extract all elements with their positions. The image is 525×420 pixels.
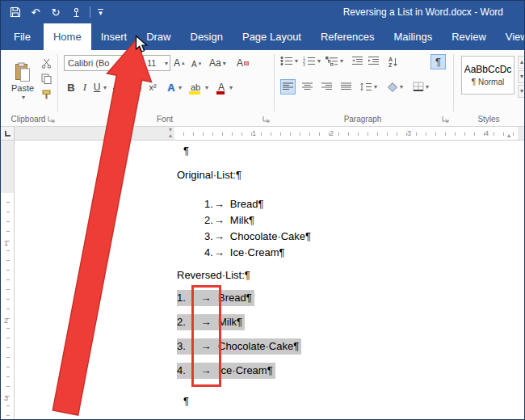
styles-scroll-down-icon[interactable]: ▾ [518,70,525,83]
list-item[interactable]: 2. → Milk¶ [204,212,254,229]
bullet-list-icon[interactable]: ▾ [280,56,298,66]
format-painter-icon[interactable] [40,87,52,100]
list-text: Ice·Cream¶ [230,245,285,261]
save-icon[interactable] [9,6,22,19]
underline-dropdown-icon[interactable]: ▾ [103,84,107,91]
borders-icon[interactable]: ▾ [413,79,429,94]
justify-icon[interactable] [338,79,354,94]
styles-scroll-up-icon[interactable]: ▴ [518,56,525,69]
selected-list-item[interactable]: 2. → Milk¶ [177,314,245,330]
tab-character: → [214,245,225,261]
horizontal-ruler[interactable]: 1 2 3 4 ▾ ▴ ▴ [15,127,524,141]
customize-toolbar-icon[interactable]: ▾ [98,9,103,15]
decrease-indent-icon[interactable] [351,56,363,66]
paragraph-mark: ¶ [183,393,189,410]
down-triangle-icon: ▾ [199,61,202,67]
group-separator [57,54,58,111]
ruler-ticks [174,132,518,136]
list-number: 2. [204,212,213,229]
multilevel-list-icon[interactable]: ▾ [326,56,343,66]
font-color-button[interactable]: A [216,80,227,94]
tab-character: → [194,314,218,330]
align-right-icon[interactable] [319,79,334,94]
paste-button[interactable]: Paste ▾ [7,54,38,109]
show-formatting-marks-button[interactable]: ¶ [430,54,446,69]
font-dialog-launcher-icon[interactable] [262,116,270,123]
undo-icon[interactable]: ↶ [29,6,42,19]
tab-references[interactable]: References [311,23,384,50]
document-page[interactable]: ¶ Original·List:¶ 1. → Bread¶ 2. → Milk¶… [15,141,524,419]
chevron-down-icon: ▾ [134,60,137,67]
bold-button[interactable]: B [65,80,77,94]
cut-icon[interactable] [40,57,52,69]
list-item[interactable]: 4. → Ice·Cream¶ [204,245,285,261]
superscript-button[interactable]: x² [146,80,159,94]
list-item[interactable]: 1. → Bread¶ [204,196,264,212]
styles-more-icon[interactable]: ▾ [518,85,525,98]
redo-icon[interactable]: ↻ [49,6,62,19]
subscript-button[interactable]: x₂ [132,80,145,94]
ruler-number: 1 [252,129,256,137]
tab-character: → [214,212,225,229]
grow-font-button[interactable]: A▴ [174,56,185,70]
list-text: Milk¶ [230,212,254,229]
tab-design[interactable]: Design [181,23,233,50]
align-center-icon[interactable] [300,79,315,94]
ruler-number: 4 [485,129,489,137]
tab-character: → [214,229,225,245]
reversed-list-heading: Reversed·List:¶ [177,267,250,284]
ruler-ticks [6,193,10,419]
font-color-bar [216,91,225,94]
tab-file[interactable]: File [1,23,44,50]
ruler-number: 2 [330,129,334,137]
paste-clipboard-icon [15,62,31,82]
shrink-font-button[interactable]: A▾ [191,57,201,71]
highlight-dropdown-icon[interactable]: ▾ [205,84,208,91]
paragraph-dialog-launcher-icon[interactable] [442,116,449,123]
highlight-color-bar [189,91,200,94]
clipboard-dialog-launcher-icon[interactable] [48,116,55,123]
sort-button[interactable]: AZ [388,55,398,69]
selected-list-item[interactable]: 4. → Ice·Cream¶ [177,363,275,379]
svg-text:3: 3 [303,62,305,66]
change-case-button[interactable]: Aa▾ [209,56,226,70]
strikethrough-button[interactable]: abc [111,80,128,94]
clear-formatting-button[interactable]: A [237,56,249,70]
shading-icon[interactable]: ▾ [387,79,403,94]
list-number: 2. [177,314,194,330]
italic-button[interactable]: I [80,80,90,94]
vertical-ruler[interactable]: 1 2 3 [1,141,15,419]
tab-home[interactable]: Home [44,23,91,50]
font-color-dropdown-icon[interactable]: ▾ [229,84,233,91]
increase-indent-icon[interactable] [368,56,380,66]
tab-page-layout[interactable]: Page Layout [233,23,311,50]
style-normal-card[interactable]: AaBbCcDc ¶ Normal [461,56,514,94]
highlight-button[interactable]: ab [188,80,203,94]
underline-button[interactable]: U [92,80,102,94]
text-effects-button[interactable]: A [166,80,177,94]
tab-insert[interactable]: Insert [91,23,137,50]
tab-character: → [214,196,225,212]
font-size-select[interactable]: 11 ▾ [143,55,170,71]
ruler-number: 3 [407,129,411,137]
selected-list-item[interactable]: 1. → Bread¶ [177,290,254,306]
touch-mode-icon[interactable] [69,6,82,19]
numbered-list-icon[interactable]: 123 ▾ [303,56,321,66]
line-spacing-icon[interactable]: ▾ [359,79,377,94]
copy-icon[interactable] [40,72,52,85]
hanging-indent-marker[interactable]: ▴ [169,132,172,139]
tab-selector[interactable] [1,127,15,141]
font-family-select[interactable]: Calibri (Bo ▾ [64,55,140,71]
list-number: 4. [177,363,194,379]
ribbon: Paste ▾ Clipboard Calibri (Bo [1,50,524,127]
tab-draw[interactable]: Draw [136,23,180,50]
tab-view[interactable]: View [496,23,524,50]
tab-mailings[interactable]: Mailings [384,23,442,50]
right-indent-marker[interactable]: ▴ [507,132,510,139]
tab-review[interactable]: Review [442,23,496,50]
align-left-icon[interactable] [280,79,296,94]
list-item[interactable]: 3. → Chocolate·Cake¶ [204,229,311,245]
paragraph-group-label: Paragraph [274,115,452,124]
selected-list-item[interactable]: 3. → Chocolate·Cake¶ [177,338,301,355]
text-effects-dropdown-icon[interactable]: ▾ [178,84,182,91]
